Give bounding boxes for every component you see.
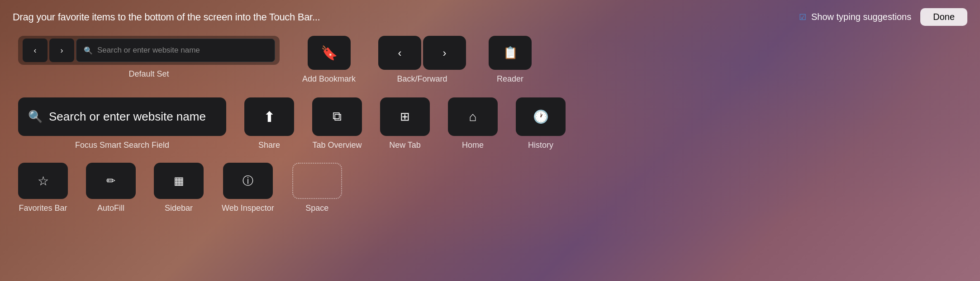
share-item: ⬆ Share [244,97,294,150]
row1: ‹ › 🔍 Search or enter website name Defau… [18,36,962,84]
drag-instructions: Drag your favorite items to the bottom o… [13,11,320,23]
row1-items: 🔖 Add Bookmark ‹ › Back/Forward 📋 Reader [302,36,962,84]
default-set-label: Default Set [128,69,169,79]
favorites-bar-label: Favorites Bar [19,203,67,213]
back-forward-group: ‹ › [378,36,466,70]
share-button[interactable]: ⬆ [244,97,294,136]
history-label: History [528,140,553,150]
autofill-label: AutoFill [97,203,124,213]
row3: ☆ Favorites Bar ✏ AutoFill ▦ Sidebar ⓘ W… [18,163,962,213]
default-set-bar: ‹ › 🔍 Search or enter website name [18,36,280,65]
top-bar: Drag your favorite items to the bottom o… [0,0,980,31]
row2: 🔍 Search or enter website name Focus Sma… [18,97,962,150]
space-label: Space [305,203,328,213]
back-forward-label: Back/Forward [397,74,447,84]
add-bookmark-label: Add Bookmark [302,74,356,84]
history-button[interactable]: 🕐 [516,97,566,136]
tab-overview-button[interactable]: ⧉ [312,97,362,136]
space-item: Space [292,163,342,213]
tab-overview-icon: ⧉ [333,109,342,124]
back-button-small[interactable]: ‹ [23,39,48,62]
home-item: ⌂ Home [448,97,498,150]
content-area: ‹ › 🔍 Search or enter website name Defau… [0,31,980,222]
space-button[interactable] [292,163,342,199]
new-tab-icon: ⊞ [400,110,410,124]
home-button[interactable]: ⌂ [448,97,498,136]
new-tab-label: New Tab [389,140,421,150]
reader-item: 📋 Reader [489,36,532,84]
reader-label: Reader [497,74,523,84]
show-typing-label[interactable]: ☑ Show typing suggestions [798,12,911,22]
checkbox-icon: ☑ [798,12,808,22]
tab-overview-label: Tab Overview [312,140,362,150]
web-inspector-icon: ⓘ [243,174,253,188]
autofill-button[interactable]: ✏ [86,163,136,199]
top-bar-right: ☑ Show typing suggestions Done [798,8,967,26]
home-label: Home [462,140,484,150]
home-icon: ⌂ [469,110,477,124]
web-inspector-label: Web Inspector [222,203,274,213]
new-tab-button[interactable]: ⊞ [380,97,430,136]
autofill-icon: ✏ [106,174,115,187]
search-field-large[interactable]: 🔍 Search or enter website name [18,97,226,136]
tab-overview-item: ⧉ Tab Overview [312,97,362,150]
search-icon-large: 🔍 [28,110,43,124]
search-bar-small[interactable]: 🔍 Search or enter website name [76,39,275,62]
history-icon: 🕐 [533,109,549,124]
sidebar-button[interactable]: ▦ [154,163,204,199]
history-item: 🕐 History [516,97,566,150]
favorites-bar-icon: ☆ [38,174,49,189]
done-button[interactable]: Done [920,8,967,26]
sidebar-item: ▦ Sidebar [154,163,204,213]
favorites-bar-button[interactable]: ☆ [18,163,68,199]
add-bookmark-button[interactable]: 🔖 [308,36,351,70]
web-inspector-button[interactable]: ⓘ [223,163,273,199]
add-bookmark-item: 🔖 Add Bookmark [302,36,356,84]
search-icon-small: 🔍 [84,46,93,55]
forward-button-small[interactable]: › [49,39,74,62]
back-button[interactable]: ‹ [378,36,421,70]
autofill-item: ✏ AutoFill [86,163,136,213]
sidebar-label: Sidebar [165,203,193,213]
forward-button[interactable]: › [423,36,466,70]
bookmark-icon: 🔖 [321,45,338,61]
share-icon: ⬆ [263,108,276,126]
reader-icon: 📋 [503,46,518,60]
sidebar-icon: ▦ [174,174,184,187]
reader-button[interactable]: 📋 [489,36,532,70]
search-field-item: 🔍 Search or enter website name Focus Sma… [18,97,226,150]
web-inspector-item: ⓘ Web Inspector [222,163,274,213]
default-set-group: ‹ › 🔍 Search or enter website name Defau… [18,36,280,79]
search-field-label: Focus Smart Search Field [75,140,169,150]
favorites-bar-item: ☆ Favorites Bar [18,163,68,213]
share-label: Share [258,140,280,150]
new-tab-item: ⊞ New Tab [380,97,430,150]
back-forward-item: ‹ › Back/Forward [378,36,466,84]
